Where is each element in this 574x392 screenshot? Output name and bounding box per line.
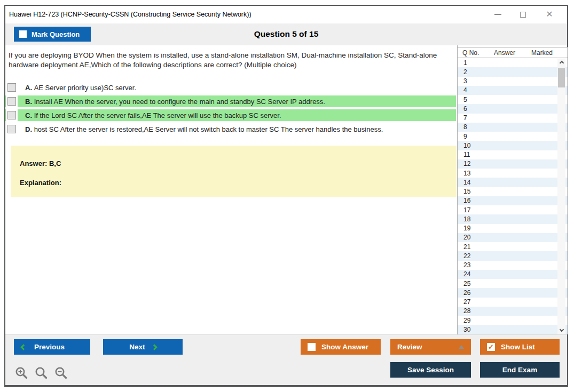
show-answer-button[interactable]: Show Answer [301, 339, 381, 355]
chevron-up-icon [559, 61, 563, 65]
question-list-row[interactable]: 24 [458, 270, 568, 279]
question-number: 18 [463, 215, 470, 223]
question-list-row[interactable]: 25 [458, 279, 568, 288]
question-number: 13 [463, 170, 470, 177]
question-list-row[interactable]: 15 [458, 187, 568, 196]
option-checkbox[interactable] [7, 83, 16, 92]
zoom-reset-icon[interactable] [34, 366, 49, 381]
question-number: 1 [463, 59, 467, 67]
question-list-row[interactable]: 10 [458, 141, 568, 150]
question-list-row[interactable]: 26 [458, 288, 568, 297]
question-list-row[interactable]: 16 [458, 196, 568, 205]
question-list-row[interactable]: 29 [458, 316, 568, 325]
question-list-row[interactable]: 21 [458, 242, 568, 251]
question-number: 22 [463, 252, 470, 260]
minimize-icon [494, 14, 501, 15]
question-list-row[interactable]: 20 [458, 233, 568, 242]
question-number: 25 [463, 280, 470, 287]
column-answer: Answer [494, 49, 515, 57]
answer-box: Answer: B,C Explanation: [11, 146, 457, 197]
check-icon: ✓ [488, 343, 494, 350]
question-number: 6 [463, 105, 467, 113]
question-number: 4 [463, 86, 467, 94]
maximize-icon [520, 12, 526, 18]
question-number: 2 [463, 68, 467, 76]
question-list-row[interactable]: 7 [458, 114, 568, 123]
show-answer-label: Show Answer [321, 343, 368, 351]
question-number: 3 [463, 77, 467, 85]
question-number: 14 [463, 179, 470, 186]
question-number: 19 [463, 225, 470, 232]
question-number: 27 [463, 298, 470, 306]
question-list-row[interactable]: 14 [458, 178, 568, 187]
question-list-row[interactable]: 28 [458, 307, 568, 316]
question-list-row[interactable]: 4 [458, 86, 568, 95]
question-number: 5 [463, 96, 467, 103]
answer-line: Answer: B,C [20, 159, 457, 167]
option-row-b[interactable]: B. Install AE When the server, you need … [5, 95, 456, 107]
maximize-button[interactable] [514, 6, 531, 23]
question-list: 1234567891011121314151617181920212223242… [458, 58, 568, 334]
option-row-a[interactable]: A. AE Server priority use)SC server. [5, 82, 456, 93]
close-icon: ✕ [546, 10, 553, 19]
question-list-row[interactable]: 5 [458, 95, 568, 104]
question-list-row[interactable]: 12 [458, 159, 568, 169]
next-button[interactable]: Next [103, 339, 183, 355]
option-checkbox[interactable] [7, 125, 16, 133]
question-list-row[interactable]: 22 [458, 251, 568, 260]
explanation-line: Explanation: [20, 179, 457, 187]
question-list-row[interactable]: 11 [458, 150, 568, 159]
save-session-button[interactable]: Save Session [390, 362, 471, 378]
question-list-row[interactable]: 18 [458, 214, 568, 223]
footer-bar: Previous Next Show Answer Review ✓ Show … [5, 334, 567, 385]
question-list-row[interactable]: 1 [458, 58, 568, 67]
question-list-row[interactable]: 23 [458, 261, 568, 270]
question-number: 21 [463, 243, 470, 251]
chevron-right-icon [151, 344, 157, 350]
previous-label: Previous [34, 343, 65, 351]
option-checkbox[interactable] [7, 97, 16, 106]
question-list-row[interactable]: 17 [458, 205, 568, 214]
sidebar-header: Q No. Answer Marked [458, 47, 568, 58]
option-row-c[interactable]: C. If the Lord SC After the server fails… [5, 109, 456, 121]
main-area: If you are deploying BYOD When the syste… [5, 45, 567, 334]
zoom-in-icon[interactable] [14, 366, 29, 381]
option-row-d[interactable]: D. host SC After the server is restored,… [5, 123, 456, 135]
show-list-button[interactable]: ✓ Show List [480, 339, 560, 355]
minimize-button[interactable] [489, 6, 506, 23]
zoom-out-icon[interactable] [54, 366, 69, 381]
scroll-up-button[interactable] [557, 58, 565, 66]
question-sidebar: Q No. Answer Marked 12345678910111213141… [457, 45, 567, 334]
question-list-row[interactable]: 8 [458, 123, 568, 132]
question-list-row[interactable]: 9 [458, 132, 568, 141]
previous-button[interactable]: Previous [14, 339, 90, 355]
option-text: D. host SC After the server is restored,… [25, 125, 383, 133]
close-button[interactable]: ✕ [541, 6, 558, 23]
title-bar: Huawei H12-723 (HCNP-Security-CSSN (Cons… [5, 6, 567, 23]
chevron-down-icon [559, 327, 563, 332]
question-number: 8 [463, 123, 467, 131]
option-checkbox[interactable] [7, 111, 16, 119]
scroll-down-button[interactable] [557, 326, 565, 334]
question-list-row[interactable]: 6 [458, 104, 568, 113]
question-list-row[interactable]: 19 [458, 224, 568, 233]
question-number: 7 [463, 114, 467, 122]
question-list-row[interactable]: 2 [458, 67, 568, 76]
question-number: 20 [463, 234, 470, 241]
question-list-row[interactable]: 27 [458, 298, 568, 307]
triangle-up-icon [459, 345, 464, 349]
end-exam-button[interactable]: End Exam [480, 362, 560, 378]
show-list-checkbox[interactable]: ✓ [487, 343, 495, 351]
sidebar-scrollbar[interactable] [557, 58, 565, 334]
question-list-row[interactable]: 30 [458, 325, 568, 334]
scrollbar-thumb[interactable] [558, 68, 565, 87]
question-list-row[interactable]: 13 [458, 169, 568, 178]
option-text: A. AE Server priority use)SC server. [25, 84, 136, 92]
option-text: B. Install AE When the server, you need … [25, 98, 325, 106]
next-label: Next [129, 343, 145, 351]
review-button[interactable]: Review [390, 339, 471, 355]
header-band: Mark Question Question 5 of 15 [5, 23, 567, 45]
show-answer-checkbox[interactable] [308, 343, 316, 351]
question-list-row[interactable]: 3 [458, 77, 568, 86]
question-number: 17 [463, 206, 470, 214]
